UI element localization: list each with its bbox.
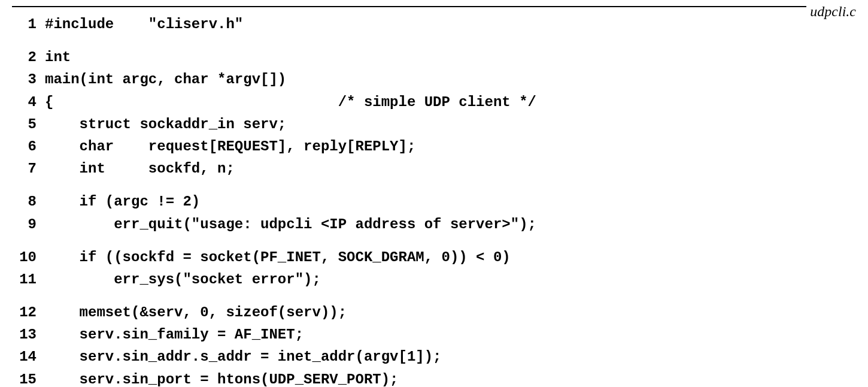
code-text: #include "cliserv.h" [45, 13, 243, 35]
code-text: int [45, 46, 71, 68]
blank-line [12, 235, 856, 246]
line-number: 2 [12, 46, 45, 68]
line-number: 7 [12, 158, 45, 180]
line-number: 15 [12, 368, 45, 387]
code-text: int sockfd, n; [45, 158, 235, 180]
line-number: 14 [12, 346, 45, 368]
code-line: 12 memset(&serv, 0, sizeof(serv)); [12, 301, 856, 323]
blank-line [12, 35, 856, 46]
code-line: 4{ /* simple UDP client */ [12, 91, 856, 113]
code-line: 5 struct sockaddr_in serv; [12, 113, 856, 135]
code-line: 10 if ((sockfd = socket(PF_INET, SOCK_DG… [12, 246, 856, 268]
code-line: 13 serv.sin_family = AF_INET; [12, 323, 856, 346]
code-line: 6 char request[REQUEST], reply[REPLY]; [12, 135, 856, 158]
line-number: 1 [12, 13, 45, 35]
line-number: 3 [12, 68, 45, 90]
code-line: 1#include "cliserv.h" [12, 13, 856, 35]
code-text: main(int argc, char *argv[]) [45, 68, 286, 90]
line-number: 9 [12, 213, 45, 235]
code-line: 7 int sockfd, n; [12, 158, 856, 180]
code-text: serv.sin_addr.s_addr = inet_addr(argv[1]… [45, 346, 442, 368]
code-line: 11 err_sys("socket error"); [12, 268, 856, 291]
blank-line [12, 180, 856, 191]
code-text: { /* simple UDP client */ [45, 91, 536, 113]
code-text: struct sockaddr_in serv; [45, 113, 286, 135]
code-text: err_quit("usage: udpcli <IP address of s… [45, 213, 536, 235]
line-number: 12 [12, 301, 45, 323]
code-line: 8 if (argc != 2) [12, 191, 856, 213]
code-line: 15 serv.sin_port = htons(UDP_SERV_PORT); [12, 368, 856, 387]
code-text: serv.sin_port = htons(UDP_SERV_PORT); [45, 368, 399, 387]
line-number: 13 [12, 323, 45, 346]
line-number: 10 [12, 246, 45, 268]
code-text: if (argc != 2) [45, 191, 200, 213]
line-number: 11 [12, 268, 45, 291]
code-text: char request[REQUEST], reply[REPLY]; [45, 135, 415, 158]
code-line: 9 err_quit("usage: udpcli <IP address of… [12, 213, 856, 235]
code-line: 14 serv.sin_addr.s_addr = inet_addr(argv… [12, 346, 856, 368]
line-number: 4 [12, 91, 45, 113]
source-filename: udpcli.c [806, 4, 856, 20]
line-number: 8 [12, 191, 45, 213]
code-line: 3main(int argc, char *argv[]) [12, 68, 856, 90]
code-line: 2int [12, 46, 856, 68]
line-number: 6 [12, 135, 45, 158]
code-text: err_sys("socket error"); [45, 268, 321, 291]
code-text: memset(&serv, 0, sizeof(serv)); [45, 301, 347, 323]
code-listing: 1#include "cliserv.h"2int3main(int argc,… [12, 7, 856, 387]
code-text: serv.sin_family = AF_INET; [45, 323, 304, 346]
line-number: 5 [12, 113, 45, 135]
blank-line [12, 291, 856, 301]
code-text: if ((sockfd = socket(PF_INET, SOCK_DGRAM… [45, 246, 511, 268]
